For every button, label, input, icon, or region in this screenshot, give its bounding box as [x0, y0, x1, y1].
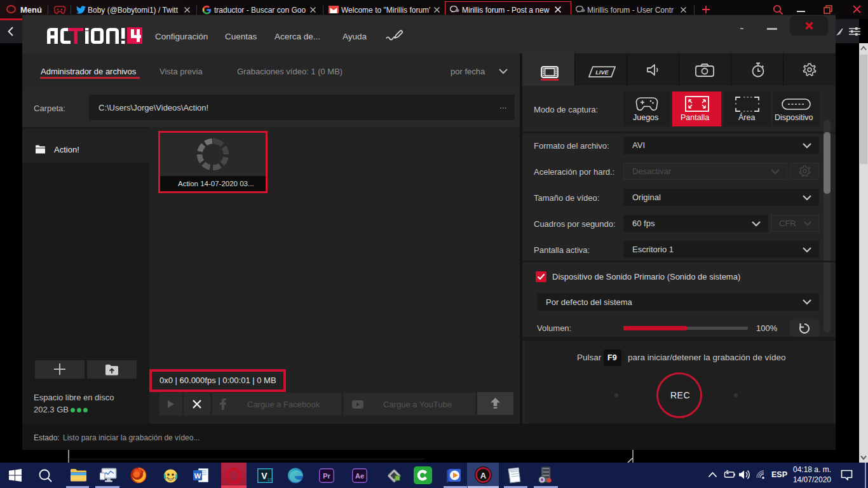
svg-text:W: W	[194, 472, 201, 480]
svg-text:Pr: Pr	[323, 472, 330, 480]
svg-text:LIVE: LIVE	[595, 69, 609, 76]
svg-text:Ae: Ae	[355, 472, 364, 480]
svg-text:17: 17	[268, 478, 272, 482]
svg-text:A: A	[480, 471, 487, 480]
